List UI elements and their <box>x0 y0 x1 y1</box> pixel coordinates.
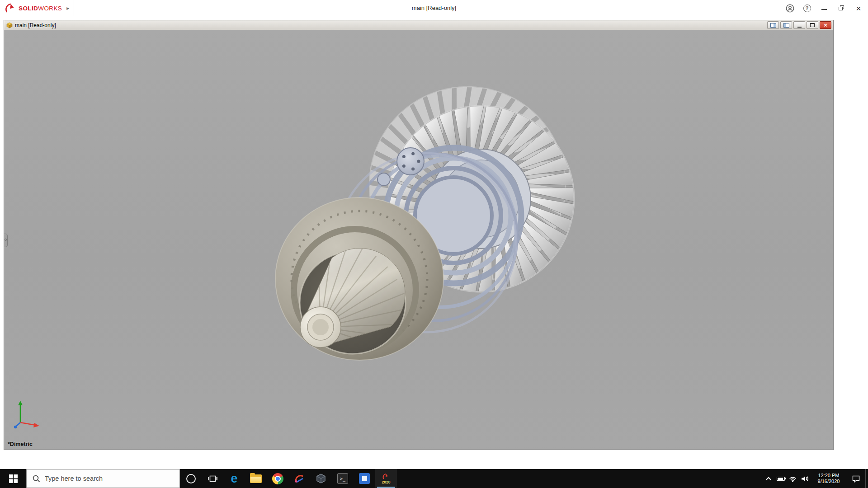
task-view-button[interactable] <box>202 469 223 488</box>
view-orientation-label: *Dimetric <box>8 441 33 447</box>
brand-wordmark-bold: SOLID <box>19 5 38 12</box>
orientation-triad <box>12 396 46 430</box>
graphics-viewport[interactable]: *Dimetric <box>4 30 833 450</box>
app-window-controls: ? × <box>785 0 863 16</box>
edge-button[interactable]: e <box>223 469 245 488</box>
app-titlebar: SOLIDWORKS ▸ main [Read-only] ? × <box>0 0 868 16</box>
action-center-icon <box>852 475 860 483</box>
command-prompt-icon: >_ <box>337 473 348 484</box>
file-explorer-icon <box>250 474 262 483</box>
document-title: main [Read-only] <box>15 22 56 28</box>
volume-button[interactable] <box>799 469 811 488</box>
battery-button[interactable] <box>774 469 787 488</box>
z-axis-arrow <box>14 426 17 428</box>
command-prompt-button[interactable]: >_ <box>332 469 354 488</box>
chevron-up-icon <box>766 477 771 482</box>
start-button[interactable] <box>0 469 26 488</box>
solidworks-brand: SOLIDWORKS ▸ <box>5 0 74 16</box>
paint3d-icon <box>294 473 305 484</box>
solidworks-logo-icon <box>5 3 16 14</box>
menu-expand-arrow[interactable]: ▸ <box>66 5 69 11</box>
taskbar-search[interactable] <box>26 469 180 488</box>
cortana-button[interactable] <box>180 469 202 488</box>
brand-wordmark-light: WORKS <box>38 5 62 12</box>
restore-button[interactable] <box>836 3 846 13</box>
assembly-cube-icon <box>6 22 13 28</box>
document-maximize-button[interactable] <box>807 21 818 29</box>
account-icon[interactable] <box>785 3 795 13</box>
edge-icon: e <box>231 473 237 485</box>
solidworks-2020-button[interactable]: 2020 <box>375 469 397 488</box>
taskbar-app-icons: e >_ <box>180 469 397 488</box>
clock-time: 12:20 PM <box>818 473 839 479</box>
app-title: main [Read-only] <box>412 0 456 16</box>
file-explorer-button[interactable] <box>245 469 267 488</box>
battery-icon <box>777 477 785 481</box>
3d-viewer-button[interactable] <box>310 469 332 488</box>
document-minimize-button[interactable] <box>793 21 805 29</box>
minimize-button[interactable] <box>819 3 829 13</box>
search-input[interactable] <box>45 475 162 482</box>
pane-button-right[interactable] <box>780 21 792 29</box>
featuremanager-collapsed-handle[interactable] <box>4 234 8 247</box>
task-view-icon <box>208 474 218 484</box>
cortana-icon <box>186 474 196 483</box>
client-area: main [Read-only] × <box>0 17 868 469</box>
search-icon <box>33 475 40 483</box>
3d-viewer-cube-icon <box>316 473 326 484</box>
help-icon[interactable]: ? <box>802 3 812 13</box>
brand-wordmark: SOLIDWORKS <box>19 5 62 12</box>
x-axis-arrow <box>33 423 39 427</box>
pane-button-left[interactable] <box>767 21 779 29</box>
tray-expand-button[interactable] <box>762 469 774 488</box>
paint3d-button[interactable] <box>288 469 310 488</box>
action-center-button[interactable] <box>846 469 865 488</box>
document-window-controls: × <box>767 21 831 29</box>
close-button[interactable]: × <box>854 3 863 13</box>
clock-date: 9/16/2020 <box>818 479 840 485</box>
solidworks-2020-icon: 2020 <box>382 473 391 484</box>
volume-icon <box>801 475 809 482</box>
chrome-button[interactable] <box>267 469 288 488</box>
document-window: main [Read-only] × <box>4 20 834 450</box>
show-desktop-button[interactable] <box>865 469 868 488</box>
taskbar-clock[interactable]: 12:20 PM 9/16/2020 <box>811 469 846 488</box>
chrome-icon <box>272 473 283 484</box>
jet-engine-model[interactable] <box>4 30 833 450</box>
system-tray: 12:20 PM 9/16/2020 <box>756 469 868 488</box>
document-titlebar: main [Read-only] × <box>4 20 833 30</box>
photos-icon <box>359 473 370 484</box>
document-close-button[interactable]: × <box>820 21 831 29</box>
y-axis-arrow <box>18 401 23 405</box>
wifi-icon <box>788 475 797 482</box>
screen: SOLIDWORKS ▸ main [Read-only] ? × <box>0 0 868 488</box>
windows-logo-icon <box>9 474 18 483</box>
photos-button[interactable] <box>354 469 375 488</box>
windows-taskbar: e >_ <box>0 469 868 488</box>
network-button[interactable] <box>787 469 799 488</box>
brand-divider <box>74 0 74 16</box>
